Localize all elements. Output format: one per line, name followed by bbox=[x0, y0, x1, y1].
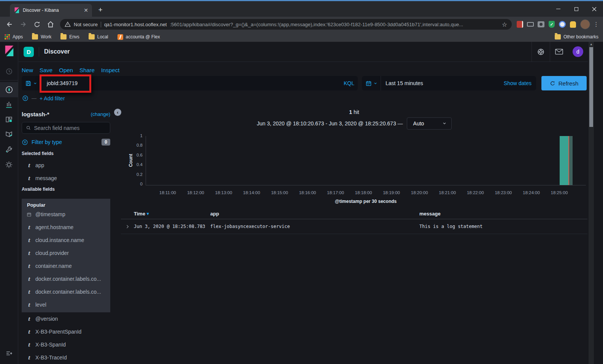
field-item-cloud.instance.name[interactable]: tcloud.instance.name bbox=[22, 234, 110, 247]
date-picker: Last 15 minutes Show dates bbox=[362, 76, 536, 90]
browser-profile-avatar[interactable] bbox=[580, 19, 590, 29]
extension-screenshot-icon[interactable] bbox=[536, 19, 546, 29]
bookmark-item[interactable]: accounta @ Flex bbox=[117, 34, 160, 40]
time-range-value[interactable]: Last 15 minutes bbox=[381, 76, 504, 90]
back-icon[interactable] bbox=[3, 18, 16, 30]
column-header-message[interactable]: message bbox=[419, 211, 587, 217]
user-avatar[interactable]: d bbox=[573, 46, 583, 57]
extension-adblock-icon[interactable]: ✓ bbox=[547, 19, 557, 29]
field-item-X-B3-TraceId[interactable]: tX-B3-TraceId bbox=[22, 351, 110, 364]
field-item-@timestamp[interactable]: @timestamp bbox=[22, 208, 110, 221]
extension-slides-icon[interactable] bbox=[525, 19, 535, 29]
new-tab-button[interactable]: + bbox=[96, 5, 105, 14]
close-button[interactable] bbox=[585, 1, 603, 17]
menu-new[interactable]: New bbox=[22, 67, 33, 73]
bookmark-item[interactable]: Apps bbox=[5, 34, 23, 40]
collapse-nav-icon[interactable] bbox=[0, 347, 18, 360]
menu-open[interactable]: Open bbox=[59, 67, 73, 73]
rail-divider bbox=[0, 80, 18, 81]
nav-dashboard-icon[interactable] bbox=[0, 112, 18, 127]
other-bookmarks[interactable]: Other bookmarks bbox=[555, 34, 598, 40]
browser-scrollbar[interactable]: ▲ bbox=[589, 42, 594, 364]
x-tick: 18:15:00 bbox=[271, 190, 288, 195]
extension-bookmark-manager-icon[interactable] bbox=[515, 19, 525, 29]
add-filter-button[interactable]: + Add filter bbox=[40, 95, 65, 101]
refresh-button[interactable]: Refresh bbox=[541, 76, 587, 90]
filter-icon[interactable] bbox=[22, 95, 29, 101]
filter-by-type[interactable]: Filter by type 0 bbox=[22, 138, 110, 146]
kibana-logo[interactable] bbox=[3, 45, 15, 57]
filter-bar: — + Add filter bbox=[22, 95, 65, 101]
column-header-app[interactable]: app bbox=[210, 211, 419, 217]
field-search[interactable] bbox=[22, 122, 110, 134]
bookmark-item[interactable]: Work bbox=[32, 34, 51, 40]
minimize-button[interactable] bbox=[549, 1, 567, 17]
url-path[interactable]: :5601/app/kibana#/discover?_g=()&_a=(col… bbox=[170, 22, 499, 27]
expand-row-icon[interactable] bbox=[121, 224, 134, 229]
forward-icon[interactable] bbox=[17, 18, 30, 30]
menu-share[interactable]: Share bbox=[79, 67, 95, 73]
field-item-cloud.provider[interactable]: tcloud.provider bbox=[22, 247, 110, 260]
tab-close-icon[interactable]: ✕ bbox=[84, 8, 88, 13]
field-item-docker.container.labels.co...[interactable]: tdocker.container.labels.co... bbox=[22, 285, 110, 298]
browser-menu-icon[interactable]: ⋮ bbox=[592, 21, 600, 28]
nav-management-icon[interactable] bbox=[0, 157, 18, 172]
menu-inspect[interactable]: Inspect bbox=[101, 67, 119, 73]
maximize-button[interactable] bbox=[567, 1, 585, 17]
nav-visualize-icon[interactable] bbox=[0, 97, 18, 112]
reload-icon[interactable] bbox=[30, 18, 43, 30]
x-tick: 18:11:00 bbox=[159, 190, 176, 195]
table-body: Jun 3, 2020 @ 18:25:08.783flex-jobasynce… bbox=[121, 219, 587, 234]
field-item-level[interactable]: tlevel bbox=[22, 298, 110, 311]
address-bar[interactable]: Not secure qa1-monitor1.host.ooflex.net … bbox=[60, 19, 512, 30]
newsfeed-icon[interactable] bbox=[550, 42, 568, 62]
quick-select-button[interactable] bbox=[362, 76, 381, 90]
field-name: cloud.provider bbox=[35, 250, 69, 256]
extension-orb-icon[interactable] bbox=[557, 19, 567, 29]
histogram-plot[interactable] bbox=[146, 136, 586, 185]
nav-devtools-icon[interactable] bbox=[0, 142, 18, 157]
bookmark-item[interactable]: Envs bbox=[60, 34, 79, 40]
field-search-input[interactable] bbox=[34, 125, 106, 131]
selected-fields-list: tapptmessage bbox=[22, 159, 110, 185]
field-item-@version[interactable]: t@version bbox=[22, 312, 110, 325]
url-host[interactable]: qa1-monitor1.host.ooflex.net bbox=[104, 22, 167, 27]
x-tick: 18:25:00 bbox=[551, 190, 568, 195]
nav-discover-icon[interactable] bbox=[0, 82, 18, 97]
interval-select[interactable]: Auto bbox=[407, 117, 452, 130]
text-field-icon: t bbox=[27, 276, 31, 282]
folder-icon bbox=[89, 34, 95, 40]
text-field-icon: t bbox=[27, 263, 31, 269]
scrollbar-thumb[interactable] bbox=[589, 47, 593, 127]
recent-items-icon[interactable] bbox=[0, 64, 18, 79]
change-index-link[interactable]: (change) bbox=[91, 111, 110, 117]
nav-canvas-icon[interactable] bbox=[0, 127, 18, 142]
field-item-message[interactable]: tmessage bbox=[22, 172, 110, 185]
field-item-X-B3-SpanId[interactable]: tX-B3-SpanId bbox=[22, 338, 110, 351]
field-item-X-B3-ParentSpanId[interactable]: tX-B3-ParentSpanId bbox=[22, 325, 110, 338]
field-item-container.name[interactable]: tcontainer.name bbox=[22, 260, 110, 272]
table-row[interactable]: Jun 3, 2020 @ 18:25:08.783flex-jobasynce… bbox=[121, 219, 587, 234]
query-language-button[interactable]: KQL bbox=[340, 76, 358, 90]
bookmark-item[interactable]: Local bbox=[89, 34, 108, 40]
column-header-time[interactable]: Time ▾ bbox=[134, 211, 210, 217]
field-item-agent.hostname[interactable]: tagent.hostname bbox=[22, 221, 110, 234]
space-badge[interactable]: D bbox=[24, 47, 34, 57]
show-dates-button[interactable]: Show dates bbox=[504, 76, 536, 90]
histogram-bar[interactable] bbox=[560, 136, 573, 185]
home-icon[interactable] bbox=[44, 18, 57, 30]
field-item-app[interactable]: tapp bbox=[22, 159, 110, 172]
menu-save[interactable]: Save bbox=[40, 67, 52, 73]
help-icon[interactable] bbox=[532, 42, 550, 62]
bookmark-star-icon[interactable]: ☆ bbox=[502, 21, 507, 28]
collapse-sidebar-button[interactable]: ‹ bbox=[114, 109, 121, 116]
extension-hand-icon[interactable] bbox=[568, 19, 578, 29]
saved-query-button[interactable] bbox=[22, 76, 41, 90]
field-item-docker.container.labels.co...[interactable]: tdocker.container.labels.co... bbox=[22, 272, 110, 285]
security-label[interactable]: Not secure bbox=[74, 22, 98, 27]
scroll-up-icon[interactable]: ▲ bbox=[589, 43, 594, 46]
bookmark-label: Envs bbox=[69, 34, 79, 40]
query-input[interactable]: jobId:349719 bbox=[41, 76, 340, 90]
calendar-icon bbox=[365, 80, 372, 87]
browser-tab[interactable]: Discover - Kibana ✕ bbox=[10, 4, 92, 17]
